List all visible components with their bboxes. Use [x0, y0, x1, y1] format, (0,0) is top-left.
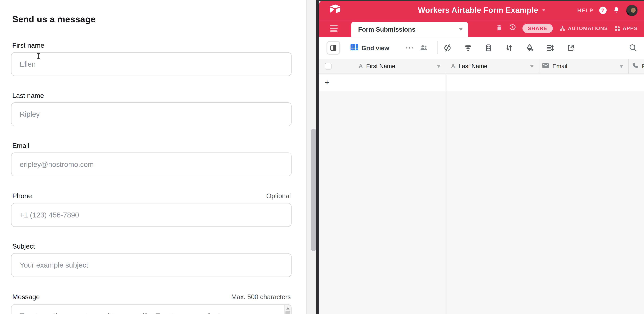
toolbar-divider: [437, 41, 438, 54]
hamburger-menu-icon[interactable]: [330, 25, 338, 32]
phone-field-group: Phone Optional: [11, 191, 292, 227]
help-question-icon[interactable]: ?: [599, 7, 607, 14]
phone-icon: [632, 62, 639, 71]
phone-input[interactable]: [11, 203, 292, 227]
share-view-icon[interactable]: [567, 44, 575, 53]
automations-label: AUTOMATIONS: [568, 26, 608, 31]
sort-icon[interactable]: [505, 44, 513, 53]
airtable-titlebar: Workers Airtable Form Example HELP ?: [319, 1, 644, 20]
user-avatar[interactable]: [626, 4, 638, 16]
chevron-down-icon[interactable]: [620, 66, 623, 68]
chevron-down-icon[interactable]: [459, 28, 462, 31]
chevron-down-icon[interactable]: [437, 66, 440, 68]
group-icon[interactable]: [484, 44, 492, 53]
help-button[interactable]: HELP: [577, 7, 594, 13]
history-icon[interactable]: [509, 24, 516, 33]
phone-optional-note: Optional: [266, 192, 291, 200]
tab-form-submissions[interactable]: Form Submissions: [351, 22, 468, 37]
search-icon[interactable]: [629, 44, 637, 54]
last-name-field-group: Last name: [11, 91, 292, 126]
last-name-label: Last name: [12, 91, 44, 99]
first-name-label: First name: [12, 41, 44, 49]
base-title[interactable]: Workers Airtable Form Example: [418, 6, 538, 15]
message-placeholder-text: Tenetur optio quaerat expedita vero et i…: [12, 304, 291, 314]
filter-icon[interactable]: [464, 44, 472, 53]
last-name-input[interactable]: [11, 102, 292, 126]
email-input[interactable]: [11, 153, 292, 176]
subject-input[interactable]: [11, 253, 292, 277]
page-scrollbar[interactable]: [306, 0, 318, 314]
text-cursor-icon: [36, 53, 40, 61]
color-icon[interactable]: [526, 44, 534, 53]
collaborators-icon[interactable]: [420, 44, 428, 53]
phone-label: Phone: [12, 191, 32, 200]
window-edge-divider: [316, 0, 319, 314]
table-tabs-bar: Form Submissions: [319, 20, 644, 37]
page-scrollbar-thumb[interactable]: [311, 129, 316, 251]
first-name-input[interactable]: [11, 52, 292, 76]
email-field-group: Email: [11, 141, 292, 176]
message-field-group: Message Max. 500 characters Tenetur opti…: [11, 293, 292, 314]
chevron-down-icon[interactable]: [542, 9, 545, 12]
apps-label: APPS: [623, 26, 638, 31]
hide-fields-icon[interactable]: [444, 44, 451, 53]
column-header-first-name[interactable]: A First Name: [319, 59, 446, 74]
table-tab-label: Form Submissions: [358, 26, 416, 33]
grid-header-row: A First Name A Last Name Email: [319, 59, 644, 74]
subject-field-group: Subject: [11, 242, 292, 277]
message-textarea[interactable]: Tenetur optio quaerat expedita vero et i…: [11, 304, 292, 314]
column-header-last-name[interactable]: A Last Name: [446, 59, 539, 74]
single-line-text-icon: A: [358, 63, 363, 69]
view-toolbar: Grid view: [319, 37, 644, 59]
grid-view-icon[interactable]: [350, 43, 358, 52]
email-icon: [542, 63, 549, 70]
automations-button[interactable]: AUTOMATIONS: [559, 25, 608, 32]
window-top-edge: [319, 0, 644, 1]
sidebar-toggle-button[interactable]: [326, 41, 340, 55]
column-header-phone[interactable]: Phone: [629, 59, 644, 74]
frozen-column-divider: [446, 74, 446, 314]
column-header-email[interactable]: Email: [539, 59, 629, 74]
share-button[interactable]: SHARE: [522, 24, 553, 33]
add-row-plus-icon[interactable]: +: [325, 78, 334, 87]
scroll-up-arrow-icon[interactable]: [286, 307, 289, 309]
first-name-field-group: First name: [11, 41, 292, 76]
email-label: Email: [12, 141, 29, 150]
message-maxchars-note: Max. 500 characters: [231, 293, 291, 301]
chevron-down-icon[interactable]: [530, 66, 534, 68]
message-scrollbar[interactable]: [284, 305, 291, 314]
message-label: Message: [12, 293, 40, 301]
single-line-text-icon: A: [451, 63, 455, 69]
form-heading: Send us a message: [12, 14, 292, 25]
subject-label: Subject: [12, 242, 35, 250]
apps-button[interactable]: APPS: [614, 25, 637, 32]
contact-form-pane: Send us a message First name Last name E…: [0, 0, 306, 314]
more-options-icon[interactable]: [406, 47, 413, 49]
airtable-pane: Workers Airtable Form Example HELP ? For…: [319, 0, 644, 314]
add-row[interactable]: +: [319, 74, 644, 91]
row-height-icon[interactable]: [546, 44, 554, 53]
notifications-bell-icon[interactable]: [612, 6, 620, 15]
select-all-checkbox[interactable]: [325, 63, 332, 69]
trash-icon[interactable]: [496, 24, 503, 33]
view-name-label[interactable]: Grid view: [362, 44, 389, 51]
message-scrollbar-thumb[interactable]: [286, 311, 290, 314]
